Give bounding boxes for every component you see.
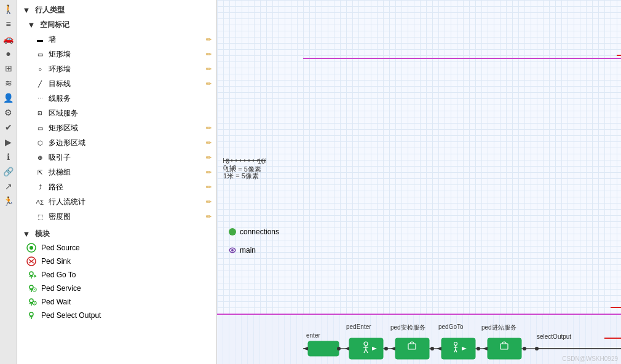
svg-point-123 [535, 347, 539, 350]
sidebar-item-ped-wait[interactable]: Ped Wait [17, 295, 216, 309]
sub-space-label: 空间标记 [40, 20, 212, 30]
check-icon[interactable]: ✔ [2, 121, 15, 134]
attractor-edit-icon[interactable]: ✏ [206, 154, 212, 162]
flow-label-ped-security: ped安检服务 [390, 323, 425, 332]
person-icon[interactable]: 🏃 [2, 194, 15, 208]
info-icon[interactable]: ℹ [2, 150, 15, 164]
attractor-label: 吸引子 [49, 152, 206, 163]
subsection-space-markers[interactable]: ▼ 空间标记 [17, 17, 216, 32]
wall-edit-icon[interactable]: ✏ [206, 36, 212, 44]
line-service-label: 线服务 [49, 93, 212, 104]
sidebar-item-target-line[interactable]: ╱ 目标线 ✏ [17, 76, 216, 91]
svg-rect-101 [441, 338, 475, 359]
section-pedestrian-type[interactable]: ▼ 行人类型 [17, 2, 216, 17]
svg-point-5 [30, 272, 33, 275]
sidebar-item-rect-wall[interactable]: ▭ 矩形墙 ✏ [17, 47, 216, 61]
car-icon[interactable]: 🚗 [2, 32, 15, 46]
sidebar-item-ped-source[interactable]: Ped Source [17, 241, 216, 255]
sidebar-item-circle-wall[interactable]: ○ 环形墙 ✏ [17, 61, 216, 76]
svg-rect-102 [488, 338, 521, 359]
section-pedestrian-label: 行人类型 [35, 5, 212, 15]
svg-point-19 [30, 312, 33, 316]
circle-wall-icon: ○ [34, 63, 45, 74]
sidebar-item-ped-select[interactable]: Ped Select Output [17, 309, 216, 322]
dot-icon[interactable]: ● [2, 47, 15, 60]
sidebar-item-rect-area[interactable]: ▭ 矩形区域 ✏ [17, 121, 216, 135]
sidebar-item-ped-sink[interactable]: Ped Sink [17, 255, 216, 268]
circle-wall-edit-icon[interactable]: ✏ [206, 65, 212, 73]
sub-triangle-icon: ▼ [26, 19, 37, 30]
target-line-label: 目标线 [49, 79, 206, 89]
user-icon[interactable]: 👤 [2, 91, 15, 105]
svg-rect-100 [395, 338, 429, 359]
settings-icon[interactable]: ⚙ [2, 106, 15, 119]
escalator-label: 扶梯组 [49, 167, 206, 178]
cursor-icon[interactable]: ↗ [2, 180, 15, 193]
sidebar-item-path[interactable]: ⤴ 路径 ✏ [17, 180, 216, 194]
side-panel: ▼ 行人类型 ▼ 空间标记 ▬ 墙 ✏ ▭ 矩形墙 ✏ ○ [17, 0, 217, 364]
svg-marker-126 [390, 347, 395, 350]
sidebar-item-density[interactable]: ⬚ 密度图 ✏ [17, 209, 216, 224]
svg-point-120 [430, 347, 434, 350]
sidebar-item-attractor[interactable]: ⊕ 吸引子 ✏ [17, 150, 216, 165]
canvas-bottom[interactable]: enter pedEnter ped安检服务 pedGoTo ped进站服务 s… [217, 315, 621, 364]
ped-goto-icon [26, 270, 38, 280]
layers-icon[interactable]: ≡ [2, 17, 15, 31]
ped-flow-label: 行人流统计 [49, 197, 206, 207]
rect-area-edit-icon[interactable]: ✏ [206, 124, 212, 132]
target-line-edit-icon[interactable]: ✏ [206, 80, 212, 88]
poly-area-icon: ⬡ [34, 137, 45, 148]
scale-unit-label: 1米 = 5像素 [226, 165, 261, 174]
canvas-svg[interactable] [217, 0, 621, 314]
ped-flow-edit-icon[interactable]: ✏ [206, 198, 212, 206]
sidebar-item-ped-service[interactable]: Ped Service [17, 282, 216, 295]
watermark: CSDN@WSKH0929 [562, 355, 618, 362]
density-icon: ⬚ [34, 211, 45, 222]
flow-label-enter: enter [306, 332, 320, 339]
svg-point-122 [523, 347, 526, 350]
svg-marker-124 [303, 347, 308, 350]
table-icon[interactable]: ⊞ [2, 61, 15, 75]
escalator-icon: ⇱ [34, 167, 45, 178]
canvas-top[interactable]: 0 10 1米 = 5像素 connections main [217, 0, 621, 314]
sidebar-item-wall[interactable]: ▬ 墙 ✏ [17, 32, 216, 47]
sidebar-item-ped-flow[interactable]: A∑ 行人流统计 ✏ [17, 194, 216, 209]
run-icon[interactable]: ▶ [2, 135, 15, 149]
ped-source-label: Ped Source [41, 243, 212, 252]
section-modules[interactable]: ▼ 模块 [17, 226, 216, 241]
filter-icon[interactable]: ≋ [2, 76, 15, 90]
section-triangle-icon: ▼ [21, 4, 32, 15]
target-line-icon: ╱ [34, 78, 45, 89]
ped-select-label: Ped Select Output [41, 311, 212, 320]
svg-marker-125 [345, 347, 349, 350]
panel-tree: ▼ 行人类型 ▼ 空间标记 ▬ 墙 ✏ ▭ 矩形墙 ✏ ○ [17, 0, 216, 325]
path-label: 路径 [49, 182, 206, 192]
modules-triangle-icon: ▼ [21, 228, 32, 239]
path-edit-icon[interactable]: ✏ [206, 183, 212, 191]
rect-wall-icon: ▭ [34, 49, 45, 60]
sidebar-item-escalator[interactable]: ⇱ 扶梯组 ✏ [17, 165, 216, 180]
flow-label-ped-instation: ped进站服务 [481, 323, 516, 332]
rect-wall-edit-icon[interactable]: ✏ [206, 50, 212, 58]
sidebar-item-poly-area[interactable]: ⬡ 多边形区域 ✏ [17, 135, 216, 150]
sidebar-item-line-service[interactable]: ⋯ 线服务 [17, 91, 216, 106]
canvas-area: 0 10 1米 = 5像素 connections main [217, 0, 621, 364]
density-edit-icon[interactable]: ✏ [206, 213, 212, 221]
wall-icon: ▬ [34, 34, 45, 45]
sidebar-item-ped-goto[interactable]: Ped Go To [17, 268, 216, 282]
escalator-edit-icon[interactable]: ✏ [206, 168, 212, 176]
wall-label: 墙 [49, 34, 206, 45]
rect-wall-label: 矩形墙 [49, 49, 206, 60]
poly-area-label: 多边形区域 [49, 138, 206, 148]
link-icon[interactable]: 🔗 [2, 165, 15, 178]
ped-service-label: Ped Service [41, 284, 212, 293]
main-layout: 🚶 ≡ 🚗 ● ⊞ ≋ 👤 ⚙ ✔ ▶ ℹ 🔗 ↗ 🏃 ▼ 行人类型 ▼ 空间标… [0, 0, 621, 364]
pedestrian-icon[interactable]: 🚶 [2, 2, 15, 16]
flow-label-ped-goto: pedGoTo [438, 323, 464, 330]
poly-area-edit-icon[interactable]: ✏ [206, 139, 212, 147]
ped-flow-icon: A∑ [34, 196, 45, 207]
sidebar-item-area-service[interactable]: ⊡ 区域服务 [17, 106, 216, 121]
ped-select-icon [26, 311, 38, 320]
density-label: 密度图 [49, 212, 206, 222]
ped-sink-icon [26, 256, 38, 266]
